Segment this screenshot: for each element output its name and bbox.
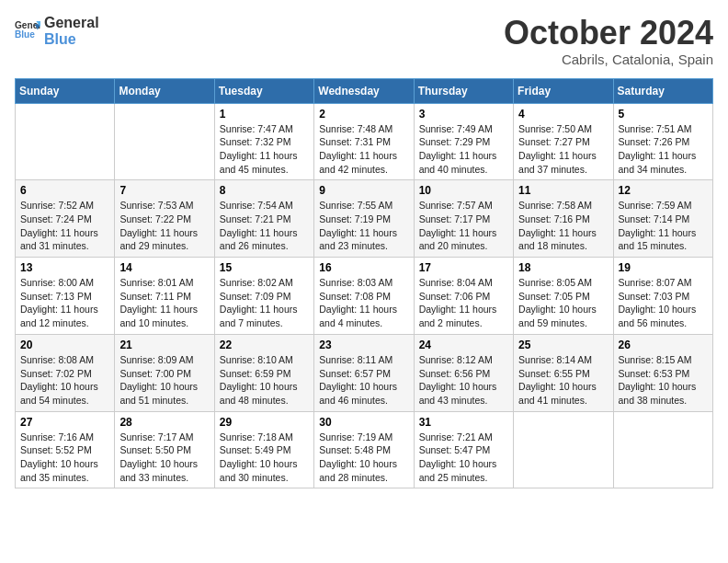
day-info: Sunrise: 7:54 AM Sunset: 7:21 PM Dayligh…	[220, 199, 309, 253]
day-number: 18	[518, 261, 608, 274]
day-cell: 12Sunrise: 7:59 AM Sunset: 7:14 PM Dayli…	[613, 180, 712, 258]
week-row-3: 13Sunrise: 8:00 AM Sunset: 7:13 PM Dayli…	[16, 258, 713, 335]
day-number: 15	[220, 261, 309, 274]
day-cell: 2Sunrise: 7:48 AM Sunset: 7:31 PM Daylig…	[314, 103, 414, 180]
day-info: Sunrise: 7:19 AM Sunset: 5:48 PM Dayligh…	[319, 431, 408, 485]
day-cell: 6Sunrise: 7:52 AM Sunset: 7:24 PM Daylig…	[16, 180, 115, 258]
day-cell: 13Sunrise: 8:00 AM Sunset: 7:13 PM Dayli…	[16, 258, 115, 335]
day-cell: 5Sunrise: 7:51 AM Sunset: 7:26 PM Daylig…	[613, 103, 712, 180]
day-cell: 4Sunrise: 7:50 AM Sunset: 7:27 PM Daylig…	[514, 103, 613, 180]
day-cell: 19Sunrise: 8:07 AM Sunset: 7:03 PM Dayli…	[613, 258, 712, 335]
day-info: Sunrise: 7:55 AM Sunset: 7:19 PM Dayligh…	[319, 199, 408, 253]
day-number: 31	[419, 416, 508, 429]
col-header-sunday: Sunday	[16, 78, 115, 103]
day-cell: 8Sunrise: 7:54 AM Sunset: 7:21 PM Daylig…	[214, 180, 313, 258]
col-header-wednesday: Wednesday	[314, 78, 414, 103]
day-number: 2	[319, 108, 408, 121]
logo: General Blue General Blue	[15, 15, 99, 47]
day-cell: 10Sunrise: 7:57 AM Sunset: 7:17 PM Dayli…	[414, 180, 513, 258]
day-cell: 3Sunrise: 7:49 AM Sunset: 7:29 PM Daylig…	[414, 103, 513, 180]
day-number: 25	[518, 339, 608, 351]
day-number: 13	[20, 261, 109, 274]
location: Cabrils, Catalonia, Spain	[504, 52, 713, 67]
day-info: Sunrise: 7:18 AM Sunset: 5:49 PM Dayligh…	[220, 431, 309, 485]
day-info: Sunrise: 8:01 AM Sunset: 7:11 PM Dayligh…	[119, 276, 209, 330]
week-row-1: 1Sunrise: 7:47 AM Sunset: 7:32 PM Daylig…	[16, 103, 713, 180]
day-info: Sunrise: 8:03 AM Sunset: 7:08 PM Dayligh…	[319, 276, 408, 330]
day-info: Sunrise: 8:09 AM Sunset: 7:00 PM Dayligh…	[119, 353, 209, 408]
col-header-saturday: Saturday	[613, 78, 712, 103]
day-number: 4	[518, 108, 608, 121]
day-number: 8	[220, 184, 309, 197]
day-cell: 24Sunrise: 8:12 AM Sunset: 6:56 PM Dayli…	[414, 334, 513, 411]
day-number: 17	[419, 261, 508, 274]
day-cell: 30Sunrise: 7:19 AM Sunset: 5:48 PM Dayli…	[314, 411, 414, 488]
day-number: 24	[419, 339, 508, 351]
day-info: Sunrise: 7:52 AM Sunset: 7:24 PM Dayligh…	[20, 199, 109, 253]
day-info: Sunrise: 7:16 AM Sunset: 5:52 PM Dayligh…	[20, 431, 109, 485]
day-cell: 25Sunrise: 8:14 AM Sunset: 6:55 PM Dayli…	[514, 334, 613, 411]
page-header: General Blue General Blue October 2024 C…	[15, 15, 713, 67]
day-number: 14	[119, 261, 209, 274]
day-info: Sunrise: 7:57 AM Sunset: 7:17 PM Dayligh…	[419, 199, 508, 253]
day-cell: 31Sunrise: 7:21 AM Sunset: 5:47 PM Dayli…	[414, 411, 513, 488]
day-number: 12	[619, 184, 708, 197]
day-number: 29	[220, 416, 309, 429]
day-info: Sunrise: 7:47 AM Sunset: 7:32 PM Dayligh…	[220, 122, 309, 177]
svg-text:Blue: Blue	[15, 29, 35, 40]
day-info: Sunrise: 7:59 AM Sunset: 7:14 PM Dayligh…	[619, 199, 708, 253]
day-number: 6	[20, 184, 109, 197]
day-cell: 15Sunrise: 8:02 AM Sunset: 7:09 PM Dayli…	[214, 258, 313, 335]
day-number: 1	[220, 108, 309, 121]
logo-icon: General Blue	[15, 18, 40, 44]
day-number: 10	[419, 184, 508, 197]
day-number: 19	[619, 261, 708, 274]
day-number: 20	[20, 339, 109, 351]
col-header-monday: Monday	[115, 78, 214, 103]
day-cell: 1Sunrise: 7:47 AM Sunset: 7:32 PM Daylig…	[214, 103, 313, 180]
day-info: Sunrise: 8:07 AM Sunset: 7:03 PM Dayligh…	[619, 276, 708, 330]
day-info: Sunrise: 8:00 AM Sunset: 7:13 PM Dayligh…	[20, 276, 109, 330]
day-cell: 26Sunrise: 8:15 AM Sunset: 6:53 PM Dayli…	[613, 334, 712, 411]
day-info: Sunrise: 8:05 AM Sunset: 7:05 PM Dayligh…	[518, 276, 608, 330]
day-number: 22	[220, 339, 309, 351]
day-cell: 16Sunrise: 8:03 AM Sunset: 7:08 PM Dayli…	[314, 258, 414, 335]
month-title: October 2024	[504, 15, 713, 52]
day-info: Sunrise: 8:02 AM Sunset: 7:09 PM Dayligh…	[220, 276, 309, 330]
day-info: Sunrise: 8:14 AM Sunset: 6:55 PM Dayligh…	[518, 353, 608, 408]
day-cell	[514, 411, 613, 488]
col-header-friday: Friday	[514, 78, 613, 103]
day-info: Sunrise: 8:04 AM Sunset: 7:06 PM Dayligh…	[419, 276, 508, 330]
day-cell: 21Sunrise: 8:09 AM Sunset: 7:00 PM Dayli…	[115, 334, 214, 411]
day-number: 21	[119, 339, 209, 351]
day-info: Sunrise: 7:50 AM Sunset: 7:27 PM Dayligh…	[518, 122, 608, 177]
day-number: 11	[518, 184, 608, 197]
day-info: Sunrise: 7:53 AM Sunset: 7:22 PM Dayligh…	[119, 199, 209, 253]
day-cell: 7Sunrise: 7:53 AM Sunset: 7:22 PM Daylig…	[115, 180, 214, 258]
day-info: Sunrise: 7:49 AM Sunset: 7:29 PM Dayligh…	[419, 122, 508, 177]
day-info: Sunrise: 7:58 AM Sunset: 7:16 PM Dayligh…	[518, 199, 608, 253]
day-cell: 29Sunrise: 7:18 AM Sunset: 5:49 PM Dayli…	[214, 411, 313, 488]
day-number: 7	[119, 184, 209, 197]
day-number: 3	[419, 108, 508, 121]
logo-general: General	[44, 15, 99, 31]
day-cell: 18Sunrise: 8:05 AM Sunset: 7:05 PM Dayli…	[514, 258, 613, 335]
day-number: 28	[119, 416, 209, 429]
day-cell	[613, 411, 712, 488]
col-header-tuesday: Tuesday	[214, 78, 313, 103]
day-cell: 9Sunrise: 7:55 AM Sunset: 7:19 PM Daylig…	[314, 180, 414, 258]
day-info: Sunrise: 8:10 AM Sunset: 6:59 PM Dayligh…	[220, 353, 309, 408]
col-header-thursday: Thursday	[414, 78, 513, 103]
day-cell: 20Sunrise: 8:08 AM Sunset: 7:02 PM Dayli…	[16, 334, 115, 411]
header-row: SundayMondayTuesdayWednesdayThursdayFrid…	[16, 78, 713, 103]
day-number: 27	[20, 416, 109, 429]
week-row-4: 20Sunrise: 8:08 AM Sunset: 7:02 PM Dayli…	[16, 334, 713, 411]
day-cell: 11Sunrise: 7:58 AM Sunset: 7:16 PM Dayli…	[514, 180, 613, 258]
day-cell: 27Sunrise: 7:16 AM Sunset: 5:52 PM Dayli…	[16, 411, 115, 488]
day-info: Sunrise: 8:11 AM Sunset: 6:57 PM Dayligh…	[319, 353, 408, 408]
day-cell: 17Sunrise: 8:04 AM Sunset: 7:06 PM Dayli…	[414, 258, 513, 335]
day-info: Sunrise: 8:08 AM Sunset: 7:02 PM Dayligh…	[20, 353, 109, 408]
day-number: 23	[319, 339, 408, 351]
day-info: Sunrise: 8:12 AM Sunset: 6:56 PM Dayligh…	[419, 353, 508, 408]
day-info: Sunrise: 7:51 AM Sunset: 7:26 PM Dayligh…	[619, 122, 708, 177]
